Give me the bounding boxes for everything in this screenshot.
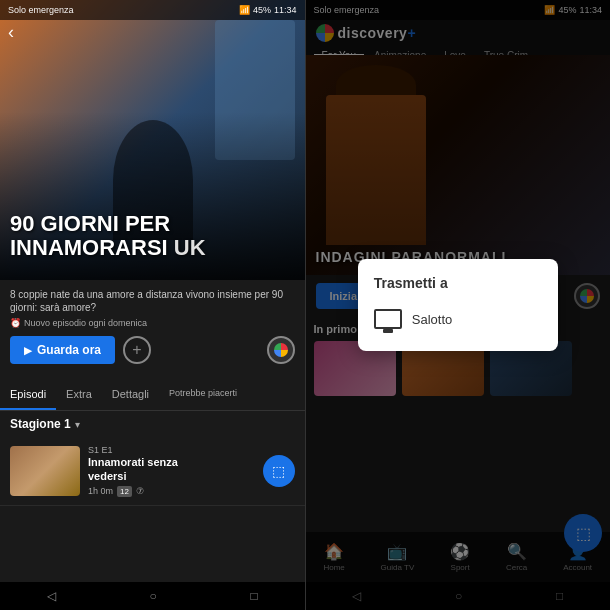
cast-icon-episode: ⬚ — [272, 463, 285, 479]
left-panel: Solo emergenza 📶 45% 11:34 ‹ 90 GIORNI P… — [0, 0, 305, 610]
hero-title-line2: INNAMORARSI — [10, 235, 168, 260]
cast-button-episode[interactable]: ⬚ — [263, 455, 295, 487]
season-arrow: ▾ — [75, 419, 80, 430]
battery-left: 45% — [253, 5, 271, 15]
android-home[interactable]: ○ — [149, 589, 156, 603]
watch-button[interactable]: Guarda ora — [10, 336, 115, 364]
carrier-left: Solo emergenza — [8, 5, 74, 15]
episode-meta: 1h 0m 12 ⑦ — [88, 486, 255, 497]
modal-overlay[interactable]: Trasmetti a Salotto — [306, 0, 611, 610]
tab-episodi[interactable]: Episodi — [0, 380, 56, 410]
action-row-left: Guarda ora + — [10, 336, 295, 364]
info-description: 8 coppie nate da una amore a distanza vi… — [10, 288, 295, 314]
season-label: Stagione 1 — [10, 417, 71, 431]
episode-code: S1 E1 — [88, 445, 255, 455]
discovery-icon-left — [274, 343, 288, 357]
status-bar-left: Solo emergenza 📶 45% 11:34 — [0, 0, 305, 20]
android-recents[interactable]: □ — [250, 589, 257, 603]
info-section: 8 coppie nate da una amore a distanza vi… — [0, 280, 305, 380]
android-nav-left: ◁ ○ □ — [0, 582, 305, 610]
episode-thumbnail — [10, 446, 80, 496]
monitor-icon — [374, 309, 402, 329]
modal-device-item[interactable]: Salotto — [374, 303, 542, 335]
cast-modal: Trasmetti a Salotto — [358, 259, 558, 351]
subtitle-icon: ⑦ — [136, 486, 144, 496]
tab-dettagli[interactable]: Dettagli — [102, 380, 159, 410]
tabs-row: Episodi Extra Dettagli Potrebbe piacerti — [0, 380, 305, 411]
tab-extra[interactable]: Extra — [56, 380, 102, 410]
rating-badge: 12 — [117, 486, 132, 497]
android-back[interactable]: ◁ — [47, 589, 56, 603]
discovery-badge-left — [267, 336, 295, 364]
modal-title: Trasmetti a — [374, 275, 542, 291]
episode-duration: 1h 0m — [88, 486, 113, 496]
info-new-episode: Nuovo episodio ogni domenica — [10, 318, 295, 328]
episode-list: S1 E1 Innamorati senzavedersi 1h 0m 12 ⑦… — [0, 437, 305, 582]
hero-left: 90 GIORNI PER INNAMORARSI UK — [0, 0, 305, 280]
tab-potrebbe[interactable]: Potrebbe piacerti — [159, 380, 247, 410]
hero-title-suffix: UK — [174, 235, 206, 260]
season-row[interactable]: Stagione 1 ▾ — [0, 411, 305, 437]
back-button[interactable]: ‹ — [8, 22, 14, 43]
episode-thumb-image — [10, 446, 80, 496]
hero-title: 90 GIORNI PER INNAMORARSI UK — [10, 212, 295, 260]
episode-info: S1 E1 Innamorati senzavedersi 1h 0m 12 ⑦ — [88, 445, 255, 497]
add-button-left[interactable]: + — [123, 336, 151, 364]
modal-device-name: Salotto — [412, 312, 452, 327]
hero-title-line1: 90 GIORNI PER — [10, 211, 170, 236]
wifi-icon-left: 📶 — [239, 5, 250, 15]
time-left: 11:34 — [274, 5, 297, 15]
right-panel: Solo emergenza 📶 45% 11:34 discovery+ Fo… — [306, 0, 611, 610]
hero-title-block: 90 GIORNI PER INNAMORARSI UK — [10, 212, 295, 260]
episode-item[interactable]: S1 E1 Innamorati senzavedersi 1h 0m 12 ⑦… — [0, 437, 305, 506]
status-right-left: 📶 45% 11:34 — [239, 5, 297, 15]
episode-title: Innamorati senzavedersi — [88, 455, 255, 484]
